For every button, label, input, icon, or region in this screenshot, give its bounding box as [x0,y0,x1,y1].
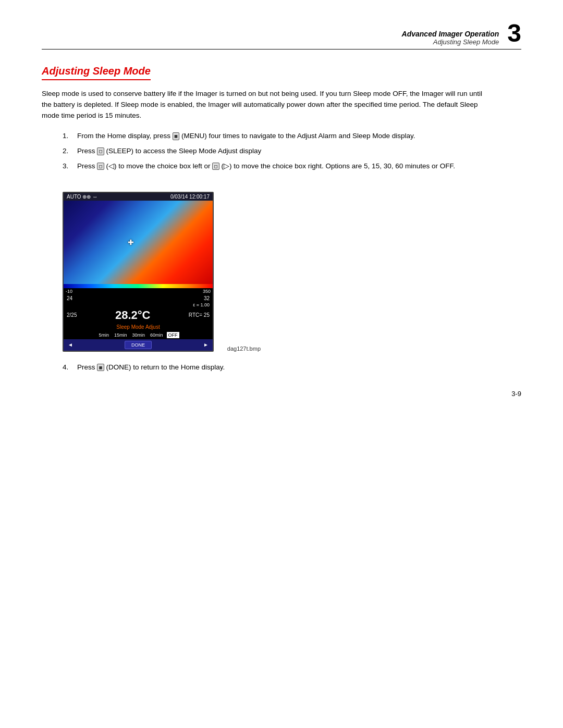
right-button-icon: □ [212,163,219,170]
screen-data-row: 24 32 [64,294,213,302]
step-1-text-after: (MENU) four times to navigate to the Adj… [181,132,415,140]
thermal-gradient-bar [64,284,213,288]
step-4: Press ▦ (DONE) to return to the Home dis… [63,362,521,373]
gradient-min: -10 [66,289,72,294]
sleep-option-off: OFF [167,332,179,338]
thermal-image: ✚ [64,201,213,284]
step-2-content: Press □ (SLEEP) to access the Sleep Mode… [77,146,521,157]
sleep-options-row: 5min 15min 30min 60min OFF [64,331,213,339]
steps-list: From the Home display, press ▦ (MENU) fo… [63,131,521,172]
step-3-content: Press □ (◁) to move the choice box left … [77,161,521,172]
step-3-text-right: (▷) to move the choice box right. Option… [221,162,455,170]
done-button: DONE [125,341,152,349]
page-title: Adjusting Sleep Mode [42,65,151,80]
step-1-text-before: From the Home display, press [77,132,173,140]
step-4-text-after: (DONE) to return to the Home display. [106,363,225,371]
image-filename: dag127t.bmp [227,346,261,352]
page-number: 3-9 [511,390,521,398]
step-1: From the Home display, press ▦ (MENU) fo… [63,131,521,142]
screen-row-right: 32 [204,295,210,301]
gradient-max: 350 [203,289,211,294]
sleep-option-5min: 5min [97,332,111,338]
sleep-option-30min: 30min [131,332,147,338]
step-2-text-before: Press [77,147,97,155]
step-3-text-press: Press [77,162,97,170]
sleep-option-60min: 60min [149,332,165,338]
thermal-screen: AUTO ⊕⊕ ↔ 0/03/14 12:00:17 ✚ -10 350 24 … [63,192,214,352]
sleep-mode-label: Sleep Mode Adjust [64,323,213,331]
fraction-display: 2/25 [67,312,77,318]
crosshair-icon: ✚ [128,238,134,246]
section-title: Adjusting Sleep Mode [402,38,499,46]
temperature-row: 2/25 28.2°C RTC= 25 [64,307,213,323]
epsilon-row: ε = 1.00 [64,302,213,307]
steps-list-2: Press ▦ (DONE) to return to the Home dis… [63,362,521,373]
step-4-text-press: Press [77,363,97,371]
nav-left-arrow: ◄ [68,342,73,348]
intro-paragraph: Sleep mode is used to conserve battery l… [42,89,490,121]
screen-top-bar: AUTO ⊕⊕ ↔ 0/03/14 12:00:17 [64,193,213,201]
menu-button-icon: ▦ [173,132,179,140]
chapter-title: Advanced Imager Operation [402,30,499,38]
screen-container: AUTO ⊕⊕ ↔ 0/03/14 12:00:17 ✚ -10 350 24 … [63,192,214,352]
step-4-content: Press ▦ (DONE) to return to the Home dis… [77,362,521,373]
step-2: Press □ (SLEEP) to access the Sleep Mode… [63,146,521,157]
screen-top-right: 0/03/14 12:00:17 [170,194,210,200]
screen-row-left: 24 [67,295,72,301]
step-3: Press □ (◁) to move the choice box left … [63,161,521,172]
nav-right-arrow: ► [203,342,209,348]
left-button-icon: □ [97,163,104,170]
sleep-button-icon: □ [97,147,104,155]
chapter-number: 3 [507,21,521,46]
sleep-option-15min: 15min [113,332,129,338]
screen-top-left: AUTO ⊕⊕ ↔ [67,194,97,200]
rtc-display: RTC= 25 [189,312,210,318]
step-2-text-after: (SLEEP) to access the Sleep Mode Adjust … [106,147,261,155]
page-header: Advanced Imager Operation Adjusting Slee… [42,21,521,50]
temperature-display: 28.2°C [115,309,151,322]
step-1-content: From the Home display, press ▦ (MENU) fo… [77,131,521,142]
gradient-labels: -10 350 [64,288,213,294]
screen-bottom-bar: ◄ DONE ► [64,339,213,351]
step-3-text-left: (◁) to move the choice box left or [106,162,212,170]
done-icon: ▦ [97,364,104,372]
